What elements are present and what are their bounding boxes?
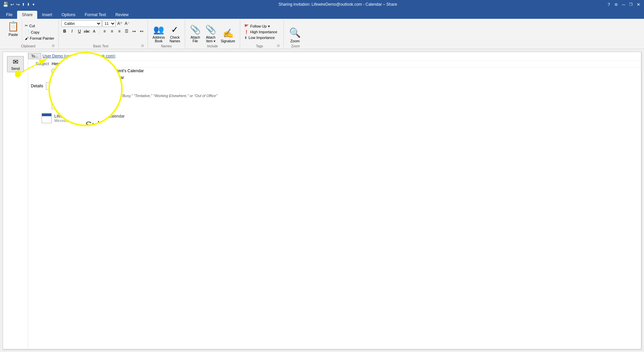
font-size-dropdown[interactable]: 11 (102, 20, 116, 27)
undo-icon[interactable]: ↩ (10, 2, 14, 7)
paste-icon: 📋 (7, 21, 19, 32)
indent-button[interactable]: ↦ (131, 28, 138, 35)
to-value: User Demo (userdemo69@outlook.com); (43, 54, 641, 58)
send-button[interactable]: ✉ Send (7, 56, 24, 72)
align-left-button[interactable]: ≡ (101, 28, 108, 35)
increase-font-button[interactable]: A⁺ (116, 20, 123, 27)
names-group: 👥 AddressBook ✓ CheckNames Names (148, 20, 185, 49)
tags-group: 🚩 Follow Up ▾ ❗ High Importance ⬇ Low Im… (240, 20, 284, 49)
minimize-button[interactable]: ─ (621, 1, 627, 7)
text-color-button[interactable]: A (91, 28, 98, 35)
signature-icon: ✍ (223, 28, 233, 39)
align-center-button[interactable]: ≡ (109, 28, 115, 35)
decrease-font-button[interactable]: A⁻ (124, 20, 130, 27)
title-bar: 💾 ↩ ↪ ⬆ ⬇ ▼ Sharing invitation: Lifewire… (0, 0, 644, 9)
to-button[interactable]: To... (28, 53, 41, 59)
basic-text-group: Calibri 11 A⁺ A⁻ B I U ab̶c A ≡ ≡ (59, 20, 148, 49)
cut-icon: ✂ (25, 24, 28, 28)
tags-label: Tags (243, 44, 276, 49)
copy-button[interactable]: 📄 Copy (23, 29, 56, 35)
check-names-icon: ✓ (171, 25, 178, 35)
list-button[interactable]: ☰ (123, 28, 130, 35)
details-label: Details (31, 84, 43, 88)
tab-file[interactable]: File (1, 11, 17, 19)
subject-input[interactable] (52, 61, 641, 66)
names-label: Names (151, 44, 182, 49)
redo-icon[interactable]: ↪ (16, 2, 20, 7)
high-importance-icon: ❗ (244, 30, 249, 34)
restore-button[interactable]: ❐ (628, 1, 634, 7)
basic-text-label: Basic Text (61, 44, 140, 49)
high-importance-button[interactable]: ❗ High Importance (243, 30, 279, 35)
format-painter-icon: 🖌 (25, 36, 29, 40)
address-book-button[interactable]: 👥 AddressBook (151, 24, 167, 44)
magnify-content: Subject He... Request permis... Allow re… (49, 52, 122, 105)
magnify-overlay: Subject He... Request permis... Allow re… (49, 52, 122, 126)
attach-file-button[interactable]: 📎 AttachFile (188, 24, 203, 44)
attach-file-icon: 📎 (190, 25, 201, 35)
tab-options[interactable]: Options (57, 11, 80, 19)
up-icon[interactable]: ⬆ (22, 2, 25, 7)
include-group: 📎 AttachFile 📎 AttachItem ▾ ✍ Signature … (185, 20, 240, 49)
zoom-icon: 🔍 (289, 27, 301, 38)
close-button[interactable]: ✕ (635, 1, 641, 7)
zoom-label: Zoom (286, 44, 305, 49)
tab-insert[interactable]: Insert (37, 11, 57, 19)
follow-up-icon: 🚩 (244, 24, 249, 29)
clipboard-label: Clipboard (5, 44, 51, 49)
low-importance-icon: ⬇ (244, 36, 247, 40)
down-icon[interactable]: ⬇ (27, 2, 30, 7)
copy-icon: 📄 (25, 30, 30, 34)
ribbon-tabs: File Share Insert Options Format Text Re… (0, 9, 644, 19)
window-title: Sharing invitation: LifewireDemo@outlook… (70, 2, 606, 7)
bold-button[interactable]: B (61, 28, 68, 35)
tags-expander[interactable]: ⊡ (276, 44, 281, 49)
zoom-button[interactable]: 🔍 Zoom (286, 27, 304, 44)
cut-button[interactable]: ✂ Cut (23, 23, 56, 29)
tab-share[interactable]: Share (17, 11, 37, 19)
tab-review[interactable]: Review (111, 11, 133, 19)
ribbon: 📋 Paste ✂ Cut 📄 Copy 🖌 Format Painter (0, 19, 644, 49)
strikethrough-button[interactable]: ab̶c (84, 28, 90, 35)
ribbon-collapse-button[interactable]: ⧉ (613, 1, 619, 7)
underline-button[interactable]: U (76, 28, 83, 35)
paste-button[interactable]: 📋 Paste (5, 20, 22, 44)
outdent-button[interactable]: ↤ (138, 28, 145, 35)
signature-button[interactable]: ✍ Signature (219, 28, 237, 44)
send-column: ✉ Send (3, 52, 28, 349)
font-selector: Calibri 11 A⁺ A⁻ (61, 20, 145, 27)
font-family-dropdown[interactable]: Calibri (61, 20, 102, 27)
format-painter-button[interactable]: 🖌 Format Painter (23, 36, 56, 41)
qa-arrow-icon[interactable]: ▼ (32, 3, 35, 6)
clipboard-expander[interactable]: ⊡ (51, 44, 56, 49)
basic-text-expander[interactable]: ⊡ (140, 44, 145, 49)
low-importance-button[interactable]: ⬇ Low Importance (243, 35, 279, 40)
align-right-button[interactable]: ≡ (116, 28, 123, 35)
attach-item-button[interactable]: 📎 AttachItem ▾ (203, 24, 218, 44)
tab-format-text[interactable]: Format Text (80, 11, 111, 19)
subject-label: Subject (28, 61, 52, 66)
clipboard-group: 📋 Paste ✂ Cut 📄 Copy 🖌 Format Painter (3, 20, 59, 49)
app-container: 💾 ↩ ↪ ⬆ ⬇ ▼ Sharing invitation: Lifewire… (0, 0, 644, 352)
check-names-button[interactable]: ✓ CheckNames (167, 24, 182, 44)
send-icon: ✉ (13, 58, 18, 66)
zoom-group: 🔍 Zoom Zoom (284, 20, 307, 49)
include-label: Include (188, 44, 237, 49)
follow-up-button[interactable]: 🚩 Follow Up ▾ (243, 24, 279, 29)
address-book-icon: 👥 (153, 25, 164, 35)
italic-button[interactable]: I (69, 28, 75, 35)
quick-save-icon[interactable]: 💾 (3, 2, 8, 7)
attach-item-icon: 📎 (205, 25, 216, 35)
help-button[interactable]: ? (606, 1, 612, 7)
